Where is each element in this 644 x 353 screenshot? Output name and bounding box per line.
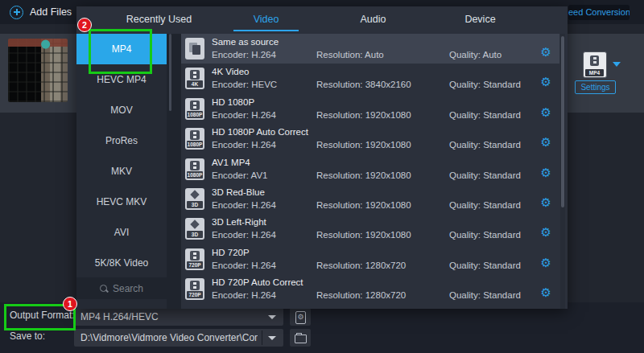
av1-mp4-icon: 1080P: [185, 158, 204, 180]
format-name: HD 720P: [212, 248, 250, 257]
add-files-button[interactable]: Add Files: [10, 4, 85, 20]
list-scrollbar[interactable]: [560, 34, 565, 309]
format-encoder: Encoder: H.264: [212, 290, 276, 300]
resolution-badge: 1080P: [187, 111, 203, 118]
format-quality: Quality: Standard: [449, 170, 521, 180]
video-thumbnail[interactable]: [8, 39, 68, 102]
format-encoder: Encoder: H.264: [212, 261, 276, 270]
bottom-bar: Output Format: MP4 H.264/HEVC ⚙ Save to:…: [0, 302, 644, 353]
resolution-badge: 4K: [187, 80, 203, 88]
format-name: 4K Video: [212, 67, 249, 76]
format-quality: Quality: Standard: [449, 261, 521, 270]
gear-icon[interactable]: ⚙: [541, 46, 551, 58]
save-to-caret-icon[interactable]: [268, 336, 276, 340]
tab-device[interactable]: Device: [427, 6, 534, 32]
format-quality: Quality: Standard: [449, 140, 521, 150]
format-row-hd-720p[interactable]: 720PHD 720PEncoder: H.264Resolution: 128…: [181, 244, 559, 274]
sidebar-item-hevc-mkv[interactable]: HEVC MKV: [76, 187, 167, 217]
format-name: Same as source: [212, 37, 279, 47]
format-encoder: Encoder: H.264: [212, 110, 276, 120]
sidebar-item-mp4[interactable]: MP4: [76, 34, 167, 64]
format-quality: Quality: Standard: [449, 80, 521, 89]
gear-icon[interactable]: ⚙: [541, 136, 551, 148]
folder-icon: [295, 335, 307, 343]
format-resolution: Resolution: 3840x2160: [316, 80, 411, 89]
search-icon: [100, 285, 107, 292]
output-format-dropdown[interactable]: MP4 H.264/HEVC: [74, 308, 283, 326]
tab-recently-used[interactable]: Recently Used: [105, 6, 213, 32]
save-to-value: D:\Vidmore\Vidmore Video Converter\Conve…: [80, 332, 258, 343]
sidebar-item-mov[interactable]: MOV: [76, 95, 167, 125]
format-resolution: Resolution: 1920x1080: [316, 140, 411, 150]
format-row-hd-720p-auto-correct[interactable]: 720PHD 720P Auto CorrectEncoder: H.264Re…: [181, 274, 559, 304]
gear-icon[interactable]: ⚙: [541, 106, 551, 118]
open-folder-button[interactable]: [290, 329, 311, 347]
format-panel: Recently UsedVideoAudioDevice MP4HEVC MP…: [76, 6, 568, 309]
format-row-av1-mp4[interactable]: 1080PAV1 MP4Encoder: AV1Resolution: 1920…: [181, 154, 559, 184]
format-encoder: Encoder: H.264: [212, 140, 276, 150]
format-badge: MP4: [585, 69, 604, 76]
resolution-badge: 1080P: [187, 171, 203, 179]
output-format-icon-button[interactable]: MP4: [583, 51, 607, 78]
format-row-hd-1080p-auto-correct[interactable]: 1080PHD 1080P Auto CorrectEncoder: H.264…: [181, 124, 559, 154]
same-as-source-icon: [185, 38, 204, 60]
format-resolution: Resolution: 1280x720: [316, 261, 406, 270]
format-encoder: Encoder: H.264: [212, 230, 276, 240]
film-reel-icon: [590, 55, 599, 66]
gear-icon[interactable]: ⚙: [541, 226, 551, 238]
add-plus-icon: [10, 6, 23, 19]
gear-icon[interactable]: ⚙: [541, 286, 551, 298]
sidebar-items: MP4HEVC MP4MOVProResMKVHEVC MKVAVI5K/8K …: [76, 34, 167, 278]
sidebar-item-hevc-mp4[interactable]: HEVC MP4: [76, 64, 167, 95]
format-quality: Quality: Standard: [449, 230, 521, 240]
profile-gear-icon: ⚙: [295, 311, 306, 324]
format-row-3d-red-blue[interactable]: 3D3D Red-BlueEncoder: H.264Resolution: 1…: [181, 184, 559, 214]
format-quality: Quality: Standard: [449, 200, 521, 210]
format-resolution: Resolution: 1920x1080: [316, 230, 411, 240]
sidebar-item-avi[interactable]: AVI: [76, 217, 167, 248]
format-encoder: Encoder: H.264: [212, 50, 276, 60]
resolution-badge: 720P: [187, 291, 203, 298]
settings-button[interactable]: Settings: [575, 80, 616, 94]
file-row-right: MP4 Settings: [568, 34, 644, 113]
format-row-3d-left-right[interactable]: 3D3D Left-RightEncoder: H.264Resolution:…: [181, 214, 559, 244]
format-row-hd-1080p[interactable]: 1080PHD 1080PEncoder: H.264Resolution: 1…: [181, 94, 559, 124]
format-sidebar: MP4HEVC MP4MOVProResMKVHEVC MKVAVI5K/8K …: [76, 34, 167, 309]
format-resolution: Resolution: 1920x1080: [316, 170, 411, 180]
format-row-4k-video[interactable]: 4K4K VideoEncoder: HEVCResolution: 3840x…: [181, 64, 559, 93]
gear-icon[interactable]: ⚙: [541, 76, 551, 88]
format-name: 3D Red-Blue: [212, 187, 265, 197]
format-encoder: Encoder: H.264: [212, 200, 276, 210]
hd-720p-auto-correct-icon: 720P: [185, 278, 204, 300]
tab-audio[interactable]: Audio: [320, 6, 427, 32]
save-to-label: Save to:: [10, 330, 45, 342]
format-name: HD 1080P Auto Correct: [212, 127, 308, 137]
output-format-caret-icon[interactable]: [268, 315, 276, 319]
sidebar-scrollbar[interactable]: [169, 34, 171, 111]
list-scrollbar-thumb[interactable]: [561, 36, 564, 207]
format-row-same-as-source[interactable]: Same as sourceEncoder: H.264Resolution: …: [181, 34, 559, 64]
save-to-dropdown[interactable]: D:\Vidmore\Vidmore Video Converter\Conve…: [74, 329, 283, 347]
hd-1080p-icon: 1080P: [185, 98, 204, 120]
sidebar-item-5k-8k-video[interactable]: 5K/8K Video: [76, 248, 167, 278]
profile-settings-button[interactable]: ⚙: [290, 308, 311, 326]
file-row-left: [0, 34, 76, 113]
format-resolution: Resolution: 1920x1080: [316, 110, 411, 120]
gear-icon[interactable]: ⚙: [541, 196, 551, 208]
gear-icon[interactable]: ⚙: [541, 257, 551, 269]
format-encoder: Encoder: AV1: [212, 170, 267, 180]
format-name: 3D Left-Right: [212, 217, 266, 227]
format-resolution: Resolution: 1280x720: [316, 290, 406, 300]
tab-video[interactable]: Video: [213, 6, 320, 32]
gear-icon[interactable]: ⚙: [541, 166, 551, 179]
format-list: Same as sourceEncoder: H.264Resolution: …: [181, 34, 559, 309]
3d-left-right-icon: 3D: [185, 218, 204, 240]
sidebar-item-mkv[interactable]: MKV: [76, 156, 167, 187]
format-dropdown-caret-icon[interactable]: [613, 62, 621, 67]
sidebar-item-prores[interactable]: ProRes: [76, 125, 167, 156]
output-format-value: MP4 H.264/HEVC: [80, 311, 159, 322]
format-encoder: Encoder: HEVC: [212, 80, 277, 89]
speed-conversion-tab[interactable]: eed Conversion: [568, 5, 630, 20]
search-box[interactable]: Search: [76, 277, 167, 299]
format-quality: Quality: Auto: [449, 50, 502, 60]
